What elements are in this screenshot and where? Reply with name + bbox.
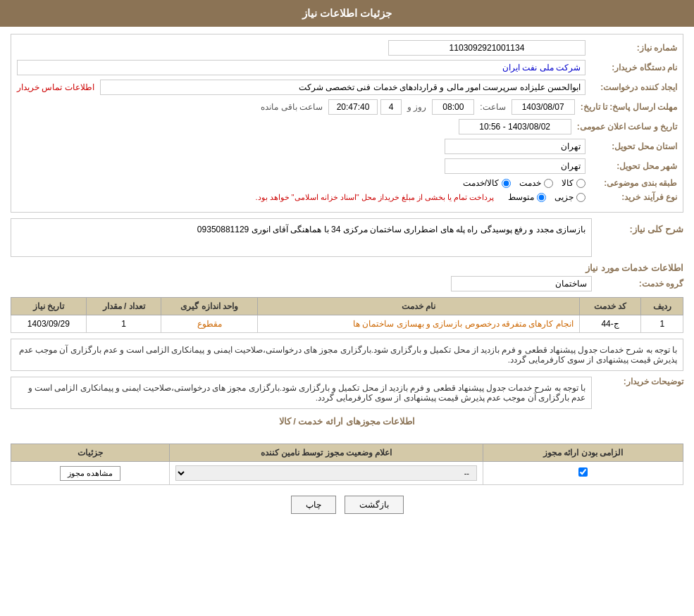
process-option-medium: متوسط [508,192,546,202]
response-date: 1403/08/07 [512,99,575,115]
view-license-button[interactable]: مشاهده مجوز [60,466,120,481]
delivery-province-label: استان محل تحویل: [585,142,677,151]
buyer-tips-content: با توجه به شرح خدمات جدول پیشنهاد قطعی و… [11,377,592,409]
license-section-title: اطلاعات مجوزهای ارائه خدمت / کالا [11,416,683,427]
license-col-required: الزامی بودن ارائه مجوز [483,444,683,462]
license-table-row: -- مشاهده مجوز [11,462,683,485]
spacer [11,431,683,438]
creator-label: ایجاد کننده درخواست: [585,82,677,92]
response-days: 4 [380,99,402,115]
delivery-province-row: استان محل تحویل: تهران [17,139,677,154]
category-radio-group: کالا خدمت کالا/خدمت [463,178,585,188]
note-box: با توجه به شرح خدمات جدول پیشنهاد قطعی و… [11,339,683,371]
form-section-top: شماره نیاز: 1103092921001134 نام دستگاه … [11,34,683,213]
announcement-date-row: تاریخ و ساعت اعلان عمومی: 1403/08/02 - 1… [17,119,677,134]
contact-link[interactable]: اطلاعات تماس خریدار [17,82,94,92]
response-remaining: 20:47:40 [328,99,378,115]
col-header-quantity: تعداد / مقدار [86,298,161,315]
note-content: با توجه به شرح خدمات جدول پیشنهاد قطعی و… [19,346,677,364]
category-option-both: کالا/خدمت [463,178,511,188]
cell-service-code: ج-44 [579,315,641,333]
need-number-label: شماره نیاز: [585,43,677,53]
process-radio-medium[interactable] [537,193,546,202]
service-group-label: گروه خدمت: [592,279,683,289]
page-header: جزئیات اطلاعات نیاز [0,0,694,27]
category-option-kala-label: کالا [562,178,574,188]
cell-row-num: 1 [641,315,683,333]
service-group-row: گروه خدمت: ساختمان [11,276,683,291]
date-time-row: 1403/08/07 ساعت: 08:00 روز و 4 20:47:40 … [258,99,574,115]
process-option-partial: جزیی [554,192,585,202]
delivery-province-value: تهران [445,139,585,154]
category-label: طبقه بندی موضوعی: [585,178,677,188]
print-button[interactable]: چاپ [291,496,336,514]
response-days-label: روز و [407,102,426,112]
services-table-section: ردیف کد خدمت نام خدمت واحد اندازه گیری ت… [11,297,683,333]
need-description-label: شرح کلی نیاز: [592,224,683,234]
category-radio-khedmat[interactable] [544,179,553,188]
creator-value: ابوالحسن علیزاده سرپرست امور مالی و قرار… [100,80,585,95]
buyer-tips-row: توضیحات خریدار: با توجه به شرح خدمات جدو… [11,377,683,409]
response-deadline-label: مهلت ارسال پاسخ: تا تاریخ: [575,102,677,112]
col-header-service-name: نام خدمت [258,298,580,315]
cell-service-name: انجام کارهای متفرقه درخصوص بازسازی و بهس… [258,315,580,333]
process-option-partial-label: جزیی [554,192,574,202]
license-required-checkbox[interactable] [578,467,588,477]
services-table: ردیف کد خدمت نام خدمت واحد اندازه گیری ت… [11,297,683,333]
license-required-cell [483,462,683,485]
license-col-status: اعلام وضعیت مجوز توسط نامین کننده [170,444,483,462]
license-table: الزامی بودن ارائه مجوز اعلام وضعیت مجوز … [11,444,683,485]
process-option-medium-label: متوسط [508,192,534,202]
buyer-org-row: نام دستگاه خریدار: شرکت ملی نفت ایران [17,60,677,75]
table-row: 1 ج-44 انجام کارهای متفرقه درخصوص بازساز… [11,315,683,333]
license-status-cell: -- [170,462,483,485]
license-table-section: الزامی بودن ارائه مجوز اعلام وضعیت مجوز … [11,444,683,485]
creator-row: ایجاد کننده درخواست: ابوالحسن علیزاده سر… [17,80,677,95]
category-option-khedmat: خدمت [519,178,553,188]
buyer-org-value: شرکت ملی نفت ایران [17,60,585,75]
announcement-date-label: تاریخ و ساعت اعلان عمومی: [571,122,677,132]
need-description-row: شرح کلی نیاز: بازسازی مجدد و رفع پوسیدگی… [11,218,683,257]
buyer-org-label: نام دستگاه خریدار: [585,63,677,73]
process-note: پرداخت تمام یا بخشی از مبلغ خریداز محل "… [255,193,494,202]
cell-need-date: 1403/09/29 [11,315,87,333]
delivery-city-value: تهران [445,158,585,174]
need-number-value: 1103092921001134 [388,40,585,56]
buyer-tips-label: توضیحات خریدار: [592,377,683,386]
license-status-select[interactable]: -- [175,465,477,481]
process-type-row: نوع فرآیند خرید: جزیی متوسط پرداخت تمام … [17,192,677,202]
col-header-need-date: تاریخ نیاز [11,298,87,315]
col-header-service-code: کد خدمت [579,298,641,315]
col-header-row-num: ردیف [641,298,683,315]
response-deadline-row: مهلت ارسال پاسخ: تا تاریخ: 1403/08/07 سا… [17,99,677,115]
category-option-both-label: کالا/خدمت [463,178,499,188]
page-wrapper: جزئیات اطلاعات نیاز شماره نیاز: 11030929… [0,0,694,616]
response-time: 08:00 [432,99,474,115]
services-section-title: اطلاعات خدمات مورد نیاز [11,263,683,273]
page-title: جزئیات اطلاعات نیاز [302,7,392,19]
response-time-label: ساعت: [480,102,505,112]
process-type-label: نوع فرآیند خرید: [585,192,677,202]
license-details-cell: مشاهده مجوز [11,462,170,485]
col-header-unit: واحد اندازه گیری [161,298,258,315]
license-col-details: جزئیات [11,444,170,462]
announcement-date-value: 1403/08/02 - 10:56 [459,119,571,134]
response-remaining-label: ساعت باقی مانده [261,102,323,112]
back-button[interactable]: بازگشت [345,496,404,514]
category-option-khedmat-label: خدمت [519,178,541,188]
need-description-content: بازسازی مجدد و رفع پوسیدگی راه پله های ا… [11,218,592,257]
delivery-city-row: شهر محل تحویل: تهران [17,158,677,174]
category-option-kala: کالا [562,178,585,188]
cell-quantity: 1 [86,315,161,333]
main-content: شماره نیاز: 1103092921001134 نام دستگاه … [0,27,694,521]
service-group-value: ساختمان [451,276,592,291]
category-radio-both[interactable] [502,179,511,188]
delivery-city-label: شهر محل تحویل: [585,161,677,171]
footer-buttons: بازگشت چاپ [11,496,683,514]
category-row: طبقه بندی موضوعی: کالا خدمت کالا/خدمت [17,178,677,188]
category-radio-kala[interactable] [576,179,585,188]
process-radio-partial[interactable] [576,193,585,202]
need-number-row: شماره نیاز: 1103092921001134 [17,40,677,56]
process-radio-group: جزیی متوسط پرداخت تمام یا بخشی از مبلغ خ… [255,192,585,202]
cell-unit: مقطوع [161,315,258,333]
